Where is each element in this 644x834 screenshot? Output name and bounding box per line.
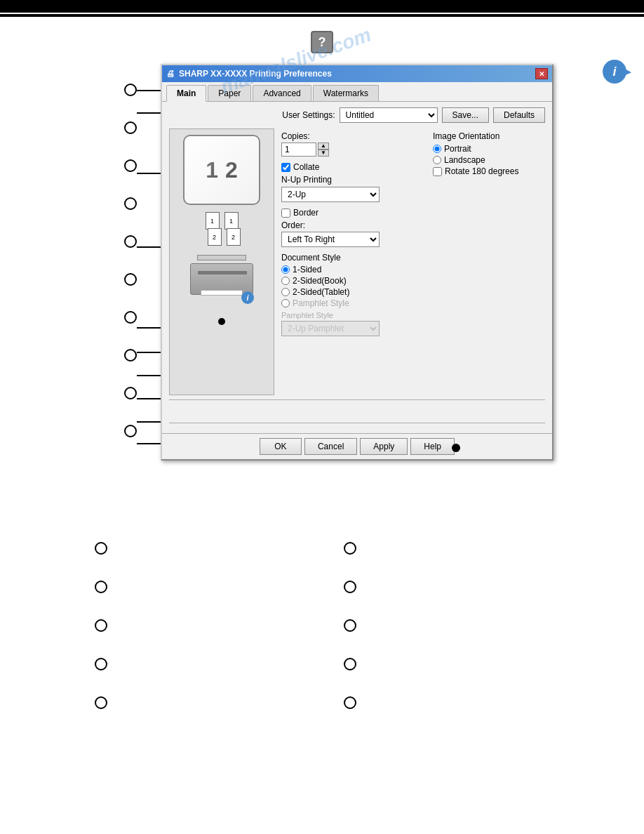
annot-circle-r1 (344, 542, 356, 555)
order-label: Order: (281, 220, 426, 230)
callout-circle-3 (124, 159, 137, 172)
info-icon-area: i (603, 60, 626, 84)
doc-style-header: Document Style (281, 253, 426, 263)
nup-dropdown-row: 1-Up 2-Up 4-Up 6-Up 9-Up (281, 187, 426, 202)
bottom-bullet (452, 444, 460, 452)
info-badge[interactable]: i (241, 291, 254, 304)
preview-panel: 1 2 1 2 1 2 (169, 128, 274, 395)
copies-label: Copies: (281, 131, 426, 141)
collate-stack-2: 1 2 (224, 212, 239, 248)
collate-page-1: 1 (206, 212, 220, 230)
help-button[interactable]: Help (410, 438, 455, 455)
callout-circle-9 (124, 387, 137, 399)
radio-portrait-input[interactable] (433, 145, 441, 153)
radio-2sided-book-label: 2-Sided(Book) (293, 276, 347, 286)
callout-circle-6 (124, 273, 137, 286)
printer-info-badge[interactable]: i (241, 291, 254, 304)
callout-circle-7 (124, 311, 137, 324)
info-icon[interactable]: i (603, 60, 626, 84)
ok-button[interactable]: OK (260, 438, 302, 455)
pamphlet-select: 2-Up Pamphlet (281, 321, 380, 336)
rotate180-checkbox[interactable] (433, 167, 442, 176)
copies-increment[interactable]: ▲ (318, 143, 329, 150)
bullet-indicator (218, 318, 225, 325)
top-bar-thin (0, 14, 644, 17)
annot-circle-l3 (95, 619, 107, 632)
copies-decrement[interactable]: ▼ (318, 150, 329, 157)
dialog-wrapper: 🖨 SHARP XX-XXXX Printing Preferences ✕ M… (161, 64, 575, 461)
radio-2sided-tablet-input[interactable] (281, 288, 290, 296)
bottom-buttons: OK Cancel Apply Help (162, 433, 552, 459)
radio-2sided-book: 2-Sided(Book) (281, 276, 426, 286)
border-label: Border (293, 208, 318, 218)
document-style-section: Document Style 1-Sided 2-Sided(Book) (281, 253, 426, 336)
main-content: 1 2 1 2 1 2 (169, 128, 545, 395)
help-icon[interactable]: ? (311, 31, 333, 53)
bottom-circles-left (95, 541, 107, 709)
close-button[interactable]: ✕ (535, 68, 548, 79)
callout-line-6 (137, 352, 161, 353)
annot-circle-r3 (344, 619, 356, 632)
divider-2 (169, 423, 545, 423)
copies-group: Copies: 1 ▲ ▼ (281, 131, 426, 157)
pamphlet-style-label: Pamphlet Style (281, 311, 426, 319)
pamphlet-style-row: Pamphlet Style 2-Up Pamphlet (281, 311, 426, 336)
order-group: Order: Left To Right Right To Left Top T… (281, 220, 426, 247)
callout-circle-2 (124, 121, 137, 134)
title-left: 🖨 SHARP XX-XXXX Printing Preferences (166, 69, 332, 79)
annot-circle-r2 (344, 581, 356, 593)
orientation-title: Image Orientation (433, 131, 545, 141)
order-select[interactable]: Left To Right Right To Left Top To Botto… (281, 232, 380, 247)
radio-1sided-input[interactable] (281, 265, 290, 274)
collate-page-4: 2 (227, 228, 241, 246)
printer-paper-input (197, 255, 246, 260)
radio-2sided-book-input[interactable] (281, 277, 290, 285)
copies-input[interactable]: 1 (281, 143, 316, 157)
callout-line-7 (137, 375, 161, 376)
defaults-button[interactable]: Defaults (493, 107, 545, 123)
tab-main[interactable]: Main (166, 85, 206, 102)
collate-page-3: 1 (224, 212, 239, 230)
radio-landscape: Landscape (433, 155, 545, 165)
callout-line-5 (137, 327, 161, 329)
apply-button[interactable]: Apply (360, 438, 408, 455)
nup-label: N-Up Printing (281, 175, 426, 185)
dialog-title: SHARP XX-XXXX Printing Preferences (179, 69, 332, 79)
radio-portrait-label: Portrait (444, 144, 471, 154)
tab-watermarks[interactable]: Watermarks (313, 85, 379, 101)
tab-advanced[interactable]: Advanced (253, 85, 311, 101)
collate-label: Collate (293, 162, 319, 172)
tab-paper[interactable]: Paper (208, 85, 251, 101)
callout-line-10 (137, 443, 161, 444)
rotate180-row: Rotate 180 degrees (433, 166, 545, 176)
annot-circle-r5 (344, 696, 356, 709)
border-checkbox[interactable] (281, 208, 290, 218)
radio-1sided-label: 1-Sided (293, 265, 321, 274)
cancel-button[interactable]: Cancel (304, 438, 357, 455)
nup-select[interactable]: 1-Up 2-Up 4-Up 6-Up 9-Up (281, 187, 380, 202)
user-settings-row: User Settings: Untitled Save... Defaults (169, 107, 545, 123)
settings-and-orientation: Copies: 1 ▲ ▼ (281, 131, 545, 336)
radio-landscape-input[interactable] (433, 156, 441, 164)
tabs-row: Main Paper Advanced Watermarks (162, 82, 552, 102)
radio-landscape-label: Landscape (444, 155, 485, 165)
callout-circles-left (124, 84, 137, 440)
user-settings-select[interactable]: Untitled (340, 107, 438, 123)
collate-checkbox[interactable] (281, 163, 290, 172)
dialog-title-bar: 🖨 SHARP XX-XXXX Printing Preferences ✕ (162, 65, 552, 82)
preview-page-1: 1 (206, 157, 218, 183)
help-icon-area: ? (0, 31, 644, 53)
annot-circle-l1 (95, 542, 107, 555)
radio-1sided: 1-Sided (281, 265, 426, 274)
save-button[interactable]: Save... (442, 107, 489, 123)
settings-panel: Copies: 1 ▲ ▼ (281, 128, 545, 395)
order-dropdown-row: Left To Right Right To Left Top To Botto… (281, 232, 426, 247)
radio-2sided-tablet: 2-Sided(Tablet) (281, 287, 426, 297)
printing-preferences-dialog: 🖨 SHARP XX-XXXX Printing Preferences ✕ M… (161, 64, 554, 461)
spinner-buttons: ▲ ▼ (318, 143, 329, 157)
top-bar-thick (0, 0, 644, 13)
radio-pamphlet: Pamphlet Style (281, 298, 426, 308)
printer-preview-container: i (187, 255, 257, 311)
radio-pamphlet-input[interactable] (281, 299, 290, 307)
image-orientation-panel: Image Orientation Portrait Landscape (433, 131, 545, 336)
